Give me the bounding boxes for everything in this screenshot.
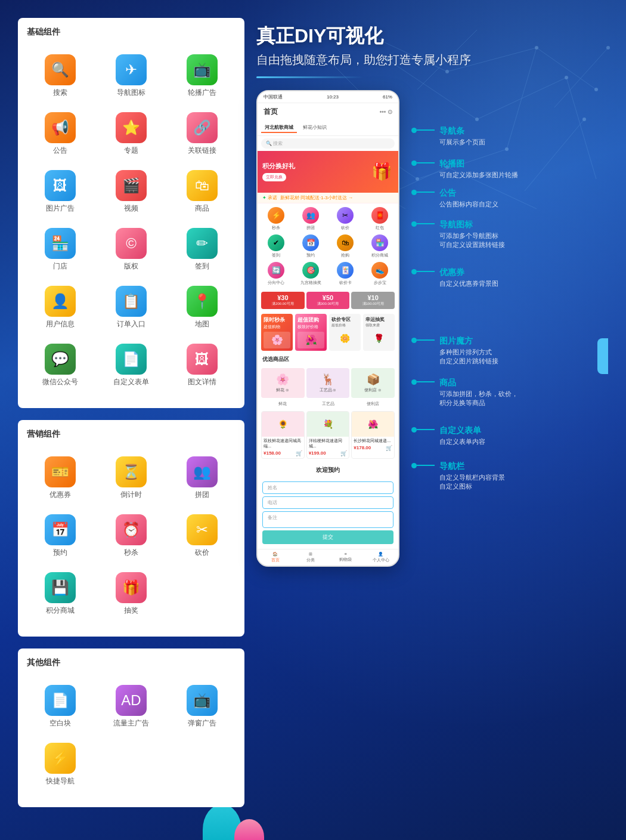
marketing-components-panel: 营销组件 🎫 优惠券 ⏳ 倒计时 👥 拼团 📅 预约 ⏰ 秒杀 ✂ 砍价 💾 积… bbox=[18, 420, 244, 637]
other-comp-icon-2: 📺 bbox=[187, 685, 218, 716]
marketing-comp-4[interactable]: ⏰ 秒杀 bbox=[98, 509, 164, 563]
bottom-nav-cart[interactable]: ≡ 购物袋 bbox=[328, 552, 363, 563]
icon-item-11[interactable]: 👟 步步宝 bbox=[364, 262, 396, 286]
annotations-column: 导航条 可展示多个页面 轮播图 可自定 bbox=[399, 90, 608, 567]
phone-mockup: 中国联通 10:23 61% 首页 ••• ⊙ 河北航歌商 bbox=[256, 90, 399, 567]
icon-item-7[interactable]: 🏪 积分商城 bbox=[364, 234, 396, 258]
banner-image: 🎁 bbox=[371, 162, 392, 181]
nav-icon-0: ⚡ bbox=[268, 207, 284, 224]
phone-banner: 积分换好礼 立即兑换 🎁 bbox=[258, 151, 398, 193]
basic-comp-icon-3: 📢 bbox=[45, 112, 76, 143]
marketing-comp-6[interactable]: 💾 积分商城 bbox=[27, 567, 93, 620]
phone-tabs: 河北航歌商城 鲜花小知识 bbox=[258, 121, 398, 136]
marketing-comp-0[interactable]: 🎫 优惠券 bbox=[27, 452, 93, 505]
carrier: 中国联通 bbox=[264, 94, 283, 100]
basic-comp-2[interactable]: 📺 轮播广告 bbox=[169, 50, 235, 103]
form-note-input[interactable]: 备注 bbox=[262, 511, 393, 528]
marketing-comp-icon-2: 👥 bbox=[187, 456, 218, 487]
basic-comp-0[interactable]: 🔍 搜索 bbox=[27, 50, 93, 103]
annot-form: 自定义表单 自定义表单内容 bbox=[411, 425, 608, 446]
marketing-comp-1[interactable]: ⏳ 倒计时 bbox=[98, 452, 164, 505]
marketing-comp-icon-0: 🎫 bbox=[45, 456, 76, 487]
marketing-comp-5[interactable]: ✂ 砍价 bbox=[169, 509, 235, 563]
basic-comp-6[interactable]: 🖼 图片广告 bbox=[27, 165, 93, 218]
marketing-comp-label-3: 预约 bbox=[53, 548, 67, 558]
annot-bottomnav-title: 导航栏 bbox=[439, 461, 505, 472]
icon-item-4[interactable]: ✔ 签到 bbox=[260, 234, 292, 258]
other-comp-label-2: 弹窗广告 bbox=[188, 718, 216, 728]
basic-comp-15[interactable]: 💬 微信公众号 bbox=[27, 339, 93, 392]
basic-comp-9[interactable]: 🏪 门店 bbox=[27, 223, 93, 276]
basic-comp-5[interactable]: 🔗 关联链接 bbox=[169, 107, 235, 160]
coupon-0: ¥30 满200.00可用 bbox=[261, 292, 305, 309]
bottom-nav-home[interactable]: 🏠 首页 bbox=[258, 552, 293, 563]
icon-item-3[interactable]: 🧧 红包 bbox=[364, 207, 396, 231]
battery: 61% bbox=[383, 94, 392, 100]
tab-0[interactable]: 河北航歌商城 bbox=[261, 123, 297, 133]
other-comp-3[interactable]: ⚡ 快捷导航 bbox=[27, 738, 93, 791]
annot-navbar-desc: 可展示多个页面 bbox=[439, 138, 485, 147]
annot-navbar-title: 导航条 bbox=[439, 126, 485, 137]
basic-comp-11[interactable]: ✏ 签到 bbox=[169, 223, 235, 276]
basic-comp-17[interactable]: 🖼 图文详情 bbox=[169, 339, 235, 392]
form-phone-input[interactable]: 电话 bbox=[262, 496, 393, 509]
icon-item-1[interactable]: 👥 拼团 bbox=[295, 207, 327, 231]
annot-bottomnav: 导航栏 自定义导航栏内容背景自定义图标 bbox=[411, 461, 608, 491]
icon-item-9[interactable]: 🎯 九宫格抽奖 bbox=[295, 262, 327, 286]
marketing-comp-icon-6: 💾 bbox=[45, 572, 76, 603]
basic-comp-13[interactable]: 📋 订单入口 bbox=[98, 281, 164, 334]
marketing-comp-3[interactable]: 📅 预约 bbox=[27, 509, 93, 563]
other-comp-0[interactable]: 📄 空白块 bbox=[27, 680, 93, 733]
group-buy-block: 超值团购 极致好价格 🌺 bbox=[295, 314, 327, 351]
phone-search[interactable]: 🔍 搜索 bbox=[261, 138, 395, 149]
annot-carousel: 轮播图 可自定义添加多张图片轮播 bbox=[411, 159, 608, 180]
basic-comp-icon-14: 📍 bbox=[187, 286, 218, 317]
annot-coupon-title: 优惠券 bbox=[439, 267, 498, 278]
tab-1[interactable]: 鲜花小知识 bbox=[299, 123, 330, 133]
annot-bottomnav-desc: 自定义导航栏内容背景自定义图标 bbox=[439, 473, 505, 491]
nav-icon-4: ✔ bbox=[268, 234, 284, 251]
hero-divider bbox=[256, 76, 364, 78]
basic-comp-icon-7: 🎬 bbox=[116, 170, 147, 201]
bottom-nav-profile[interactable]: 👤 个人中心 bbox=[363, 552, 398, 563]
form-submit-btn[interactable]: 提交 bbox=[262, 530, 393, 544]
flash-sale-row: 限时秒杀 超值购物 🌸 超值团购 极致好价格 🌺 bbox=[258, 311, 398, 353]
annot-navbar: 导航条 可展示多个页面 bbox=[411, 126, 608, 147]
icon-item-6[interactable]: 🛍 抢购 bbox=[329, 234, 361, 258]
annot-notice: 公告 公告图标内容自定义 bbox=[411, 188, 608, 209]
marketing-comp-icon-5: ✂ bbox=[187, 514, 218, 545]
basic-comp-8[interactable]: 🛍 商品 bbox=[169, 165, 235, 218]
basic-comp-label-13: 订单入口 bbox=[117, 319, 145, 329]
other-comp-1[interactable]: AD 流量主广告 bbox=[98, 680, 164, 733]
basic-comp-icon-12: 👤 bbox=[45, 286, 76, 317]
annot-imgmagic-title: 图片魔方 bbox=[439, 336, 498, 347]
basic-comp-4[interactable]: ⭐ 专题 bbox=[98, 107, 164, 160]
basic-comp-12[interactable]: 👤 用户信息 bbox=[27, 281, 93, 334]
flash-sale-block: 限时秒杀 超值购物 🌸 bbox=[261, 314, 293, 351]
goods-item-2: 🌺 长沙鲜花同城速递... ¥178.00 🛒 bbox=[351, 411, 395, 459]
phone-nav-bar: 首页 ••• ⊙ bbox=[258, 103, 398, 121]
basic-comp-7[interactable]: 🎬 视频 bbox=[98, 165, 164, 218]
basic-comp-3[interactable]: 📢 公告 bbox=[27, 107, 93, 160]
magic-item-1: 🦌 工艺品 ⊙ bbox=[306, 368, 350, 398]
basic-comp-icon-4: ⭐ bbox=[116, 112, 147, 143]
menu-dots: ••• ⊙ bbox=[380, 109, 392, 115]
phone-icons-grid-1: ⚡ 秒杀 👥 拼团 ✂ 砍价 bbox=[258, 203, 398, 234]
basic-comp-16[interactable]: 📄 自定义表单 bbox=[98, 339, 164, 392]
basic-comp-14[interactable]: 📍 地图 bbox=[169, 281, 235, 334]
marketing-comp-7[interactable]: 🎁 抽奖 bbox=[98, 567, 164, 620]
icon-item-8[interactable]: 🔄 分向中心 bbox=[260, 262, 292, 286]
marketing-comp-2[interactable]: 👥 拼团 bbox=[169, 452, 235, 505]
nav-icon-2: ✂ bbox=[337, 207, 354, 224]
icon-item-0[interactable]: ⚡ 秒杀 bbox=[260, 207, 292, 231]
icon-item-2[interactable]: ✂ 砍价 bbox=[329, 207, 361, 231]
basic-comp-10[interactable]: © 版权 bbox=[98, 223, 164, 276]
form-name-input[interactable]: 姓名 bbox=[262, 481, 393, 494]
bottom-nav-category[interactable]: ⊞ 分类 bbox=[293, 552, 328, 563]
basic-comp-1[interactable]: ✈ 导航图标 bbox=[98, 50, 164, 103]
basic-components-grid: 🔍 搜索 ✈ 导航图标 📺 轮播广告 📢 公告 ⭐ 专题 🔗 关联链接 🖼 图片… bbox=[27, 50, 235, 392]
other-comp-2[interactable]: 📺 弹窗广告 bbox=[169, 680, 235, 733]
icon-item-5[interactable]: 📅 预约 bbox=[295, 234, 327, 258]
icon-item-10[interactable]: 🃏 砍价卡 bbox=[329, 262, 361, 286]
banner-btn[interactable]: 立即兑换 bbox=[262, 173, 286, 181]
